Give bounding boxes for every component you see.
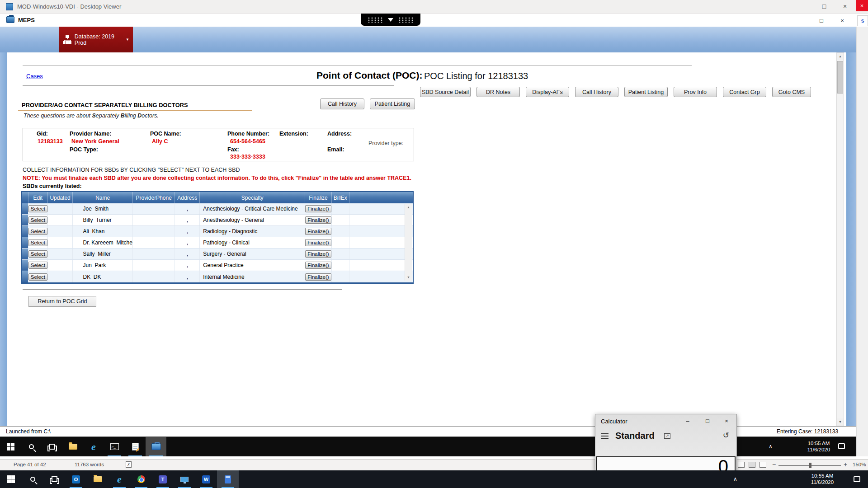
calculator-keep-on-top-icon[interactable]: ↗ xyxy=(664,433,670,439)
app-scroll-down-icon[interactable]: ▼ xyxy=(837,418,844,426)
host-file-explorer-button[interactable] xyxy=(87,470,108,488)
row-selector[interactable] xyxy=(22,237,28,248)
table-scroll-down-icon[interactable]: ▼ xyxy=(405,274,412,281)
outer-close-icon[interactable]: × xyxy=(856,0,868,11)
meps-close-button[interactable]: × xyxy=(835,14,850,27)
viewer-close-button[interactable]: × xyxy=(837,0,853,13)
cases-link[interactable]: Cases xyxy=(26,73,43,80)
select-button[interactable]: Select xyxy=(28,205,47,212)
vdi-command-prompt-button[interactable]: >_ xyxy=(104,437,125,456)
display-afs-button[interactable]: Display-AFs xyxy=(526,87,569,97)
finalize-button[interactable]: Finalize() xyxy=(305,205,331,212)
page-title: Point of Contact (POC): xyxy=(316,70,422,81)
address-label: Address: xyxy=(327,131,352,137)
table-row: Select Jun Park , General Practice Final… xyxy=(22,260,413,271)
vdi-meps-app-button[interactable] xyxy=(146,437,166,456)
citrix-toolbar-grip[interactable] xyxy=(361,14,420,26)
edge-tab[interactable]: s xyxy=(857,15,868,26)
host-word-button[interactable]: W xyxy=(195,470,217,488)
word-zoom-in-icon[interactable]: + xyxy=(844,461,847,468)
address-cell: , xyxy=(175,237,200,248)
dr-notes-button[interactable]: DR Notes xyxy=(476,87,520,97)
host-calculator-button[interactable] xyxy=(217,470,239,488)
finalize-button[interactable]: Finalize() xyxy=(305,273,331,281)
host-action-center-icon[interactable] xyxy=(854,476,860,482)
section-patient-listing-button[interactable]: Patient Listing xyxy=(370,99,415,109)
row-selector[interactable] xyxy=(22,226,28,237)
vdi-internet-explorer-button[interactable]: e xyxy=(83,437,104,456)
table-scroll-up-icon[interactable]: ▲ xyxy=(405,204,412,211)
database-button[interactable]: Database: 2019 Prod ▼ xyxy=(59,27,133,52)
finalize-button[interactable]: Finalize() xyxy=(305,250,331,258)
viewer-minimize-button[interactable]: – xyxy=(795,0,810,13)
calculator-maximize-button[interactable]: □ xyxy=(698,414,717,427)
host-task-view-button[interactable] xyxy=(43,470,65,488)
word-web-layout-icon[interactable] xyxy=(760,462,766,468)
app-scroll-thumb[interactable] xyxy=(837,61,843,94)
finalize-button[interactable]: Finalize() xyxy=(305,228,331,235)
word-zoom-level[interactable]: 150% xyxy=(853,462,866,467)
word-word-count[interactable]: 11763 words xyxy=(75,462,104,467)
address-cell: , xyxy=(175,249,200,259)
host-start-button[interactable] xyxy=(0,470,22,488)
word-zoom-thumb[interactable] xyxy=(809,463,811,468)
vdi-start-button[interactable] xyxy=(0,437,21,456)
providerphone-cell xyxy=(133,260,175,271)
row-selector[interactable] xyxy=(22,260,28,271)
sbd-source-detail-button[interactable]: SBD Source Detail xyxy=(420,87,471,97)
word-zoom-out-icon[interactable]: − xyxy=(772,461,776,468)
word-proofing-icon[interactable]: ✗ xyxy=(126,461,132,468)
host-teams-button[interactable]: T xyxy=(152,470,174,488)
word-page-indicator[interactable]: Page 41 of 42 xyxy=(14,462,46,467)
gid-label: Gid: xyxy=(37,131,48,137)
meps-minimize-button[interactable]: – xyxy=(792,14,807,27)
table-scrollbar[interactable]: ▲ ▼ xyxy=(405,204,412,281)
vdi-action-center-icon[interactable] xyxy=(838,443,845,449)
word-print-layout-icon[interactable] xyxy=(749,462,755,468)
select-button[interactable]: Select xyxy=(28,216,47,224)
finalize-button[interactable]: Finalize() xyxy=(305,262,331,269)
host-remote-desktop-button[interactable] xyxy=(174,470,195,488)
host-tray-chevron-icon[interactable]: ∧ xyxy=(733,476,737,482)
finalize-button[interactable]: Finalize() xyxy=(305,239,331,246)
calculator-mode-label[interactable]: Standard xyxy=(615,431,655,441)
select-button[interactable]: Select xyxy=(28,228,47,235)
app-scrollbar[interactable]: ▲ ▼ xyxy=(836,52,844,426)
select-button[interactable]: Select xyxy=(28,250,47,258)
vdi-file-explorer-button[interactable] xyxy=(62,437,83,456)
goto-cms-button[interactable]: Goto CMS xyxy=(772,87,811,97)
vdi-search-button[interactable] xyxy=(21,437,42,456)
vdi-tray-chevron-icon[interactable]: ∧ xyxy=(769,443,773,450)
calculator-minimize-button[interactable]: – xyxy=(679,414,697,427)
vdi-notepad-button[interactable] xyxy=(125,437,146,456)
finalize-button[interactable]: Finalize() xyxy=(305,216,331,224)
patient-listing-button[interactable]: Patient Listing xyxy=(624,87,668,97)
row-selector[interactable] xyxy=(22,203,28,214)
calculator-history-icon[interactable]: ↺ xyxy=(723,431,729,440)
host-internet-explorer-button[interactable]: e xyxy=(108,470,130,488)
viewer-restore-button[interactable]: □ xyxy=(816,0,832,13)
section-call-history-button[interactable]: Call History xyxy=(320,99,364,109)
host-search-button[interactable] xyxy=(22,470,43,488)
host-chrome-button[interactable] xyxy=(130,470,152,488)
select-button[interactable]: Select xyxy=(28,262,47,269)
select-button[interactable]: Select xyxy=(28,239,47,246)
calculator-menu-icon[interactable] xyxy=(601,433,609,439)
host-clock[interactable]: 10:55 AM 11/6/2020 xyxy=(808,473,836,485)
calculator-close-button[interactable]: × xyxy=(717,414,736,427)
return-to-poc-grid-button[interactable]: Return to POC Grid xyxy=(28,296,96,307)
vdi-clock[interactable]: 10:55 AM 11/6/2020 xyxy=(805,440,833,453)
row-selector[interactable] xyxy=(22,271,28,282)
prov-info-button[interactable]: Prov Info xyxy=(674,87,717,97)
meps-restore-button[interactable]: □ xyxy=(814,14,829,27)
call-history-button[interactable]: Call History xyxy=(575,87,618,97)
vdi-task-view-button[interactable] xyxy=(42,437,62,456)
row-selector[interactable] xyxy=(22,215,28,225)
select-button[interactable]: Select xyxy=(28,273,47,281)
row-selector[interactable] xyxy=(22,249,28,259)
app-scroll-up-icon[interactable]: ▲ xyxy=(837,53,844,60)
briefcase-icon xyxy=(151,443,161,450)
host-outlook-button[interactable]: O xyxy=(65,470,87,488)
contact-grp-button[interactable]: Contact Grp xyxy=(723,87,766,97)
word-read-mode-icon[interactable] xyxy=(738,462,745,468)
